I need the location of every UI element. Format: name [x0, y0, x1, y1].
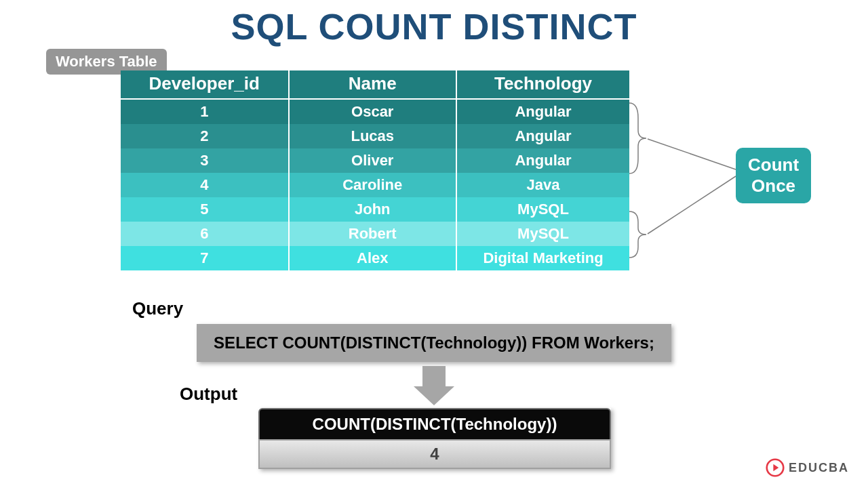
- col-header-name: Name: [289, 70, 457, 98]
- cell-tech: Java: [456, 173, 629, 197]
- cell-tech: Angular: [456, 100, 629, 124]
- callout-line: Count: [748, 155, 799, 176]
- table-row: 1 Oscar Angular: [121, 100, 629, 124]
- table-row: 4 Caroline Java: [121, 173, 629, 197]
- table-row: 2 Lucas Angular: [121, 124, 629, 148]
- arrow-down-icon: [414, 366, 454, 407]
- cell-id: 6: [121, 222, 289, 246]
- cell-id: 1: [121, 100, 289, 124]
- output-label: Output: [180, 384, 237, 405]
- cell-tech: MySQL: [456, 197, 629, 222]
- cell-name: Oscar: [289, 100, 457, 124]
- cell-tech: Digital Marketing: [456, 246, 629, 270]
- table-row: 5 John MySQL: [121, 197, 629, 222]
- cell-name: Oliver: [289, 148, 457, 173]
- output-header: COUNT(DISTINCT(Technology)): [258, 408, 611, 439]
- output-box: COUNT(DISTINCT(Technology)) 4: [258, 408, 611, 469]
- query-label: Query: [132, 298, 183, 319]
- table-row: 6 Robert MySQL: [121, 222, 629, 246]
- table-row: 7 Alex Digital Marketing: [121, 246, 629, 270]
- table-row: 3 Oliver Angular: [121, 148, 629, 173]
- cell-id: 7: [121, 246, 289, 270]
- workers-table: Developer_id Name Technology 1 Oscar Ang…: [121, 70, 629, 270]
- cell-id: 3: [121, 148, 289, 173]
- cell-id: 5: [121, 197, 289, 222]
- cell-id: 4: [121, 173, 289, 197]
- cell-tech: Angular: [456, 148, 629, 173]
- callout-line: Once: [748, 176, 799, 197]
- cell-name: Robert: [289, 222, 457, 246]
- cell-name: John: [289, 197, 457, 222]
- cell-name: Caroline: [289, 173, 457, 197]
- play-icon: [766, 458, 785, 477]
- output-value: 4: [258, 439, 611, 469]
- cell-tech: MySQL: [456, 222, 629, 246]
- cell-name: Lucas: [289, 124, 457, 148]
- cell-name: Alex: [289, 246, 457, 270]
- cell-tech: Angular: [456, 124, 629, 148]
- cell-id: 2: [121, 124, 289, 148]
- brand-logo: EDUCBA: [766, 458, 849, 477]
- count-once-callout: Count Once: [736, 148, 811, 203]
- page-title: SQL COUNT DISTINCT: [0, 0, 868, 47]
- connector-line-icon: [644, 95, 746, 251]
- brand-text: EDUCBA: [789, 461, 849, 475]
- col-header-technology: Technology: [456, 70, 629, 98]
- query-box: SELECT COUNT(DISTINCT(Technology)) FROM …: [197, 324, 671, 362]
- col-header-developer-id: Developer_id: [121, 70, 289, 98]
